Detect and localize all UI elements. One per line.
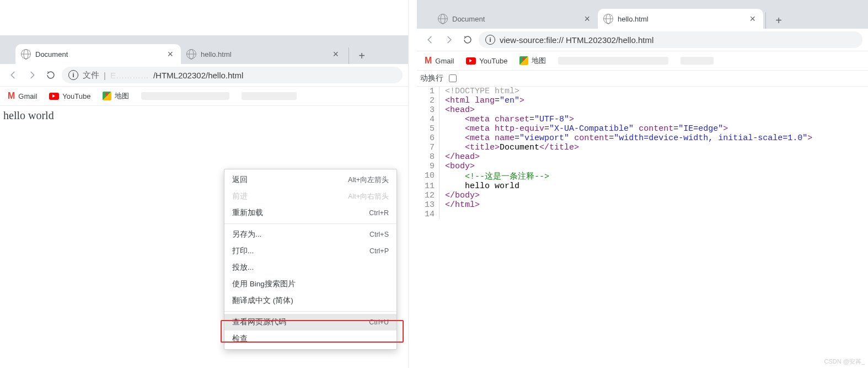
line-code[interactable]: <!DOCTYPE html> <box>440 87 813 96</box>
youtube-icon <box>466 57 476 65</box>
line-code[interactable]: <head> <box>440 105 813 115</box>
tab-hello[interactable]: hello.html × <box>181 44 346 64</box>
context-menu-item[interactable]: 投放... <box>224 259 397 276</box>
browser-window-right: Document × hello.html × + i view-source:… <box>417 0 868 368</box>
new-tab-button[interactable]: + <box>765 12 787 29</box>
globe-icon <box>438 14 448 24</box>
context-menu-shortcut: Alt+向右箭头 <box>348 192 389 201</box>
close-icon[interactable]: × <box>165 49 175 59</box>
context-menu: 返回Alt+向左箭头前进Alt+向右箭头重新加载Ctrl+R另存为...Ctrl… <box>224 169 397 350</box>
bookmark-gmail[interactable]: MGmail <box>8 91 37 101</box>
bookmark-youtube[interactable]: YouTube <box>49 92 90 100</box>
line-code[interactable]: <body> <box>440 162 813 171</box>
browser-window-left: Document × hello.html × + i 文件 | E………… /… <box>0 0 409 368</box>
reload-button[interactable] <box>460 32 475 47</box>
source-line: 8</head> <box>417 152 812 162</box>
line-number: 3 <box>417 105 440 115</box>
bookmark-maps[interactable]: 地图 <box>519 56 546 66</box>
tab-title: hello.html <box>618 15 747 23</box>
toolbar: i view-source:file:// HTML202302/hello.h… <box>417 29 868 51</box>
line-number: 13 <box>417 200 440 210</box>
tab-title: hello.html <box>201 50 330 58</box>
line-code[interactable]: <title>Document</title> <box>440 143 813 152</box>
maps-icon <box>519 56 528 65</box>
tab-document[interactable]: Document × <box>15 44 181 64</box>
context-menu-separator <box>224 311 397 312</box>
tab-title: Document <box>35 50 165 58</box>
close-icon[interactable]: × <box>330 49 341 59</box>
context-menu-item[interactable]: 返回Alt+向左箭头 <box>224 172 397 188</box>
source-line: 1<!DOCTYPE html> <box>417 87 812 96</box>
context-menu-item[interactable]: 重新加载Ctrl+R <box>224 205 397 221</box>
omnibox-url: view-source:file:// HTML202302/hello.htm… <box>500 35 653 45</box>
gmail-icon: M <box>425 56 432 66</box>
context-menu-shortcut: Ctrl+S <box>369 231 389 238</box>
bookmark-maps[interactable]: 地图 <box>103 91 129 101</box>
context-menu-item[interactable]: 使用 Bing搜索图片 <box>224 276 397 292</box>
line-number: 12 <box>417 191 440 200</box>
forward-button[interactable] <box>24 67 40 83</box>
source-line: 5 <meta http-equiv="X-UA-Compatible" con… <box>417 124 812 134</box>
back-button[interactable] <box>422 32 438 47</box>
omnibox-path-blur: E………… <box>110 71 149 80</box>
line-number: 10 <box>417 171 440 182</box>
globe-icon <box>21 49 31 59</box>
tab-hello[interactable]: hello.html × <box>598 9 763 29</box>
forward-button[interactable] <box>441 32 457 47</box>
line-code[interactable]: hello world <box>440 182 813 191</box>
line-code[interactable]: <!--这是一条注释--> <box>440 171 813 182</box>
bookmark-youtube[interactable]: YouTube <box>466 57 507 65</box>
tab-strip: Document × hello.html × + <box>0 35 408 64</box>
globe-icon <box>186 49 196 59</box>
bookmark-bar: MGmail YouTube 地图 <box>0 87 408 106</box>
context-menu-item[interactable]: 查看网页源代码Ctrl+U <box>224 314 397 330</box>
bookmark-gmail[interactable]: MGmail <box>425 56 454 66</box>
line-code[interactable]: </head> <box>440 152 813 162</box>
line-number: 7 <box>417 143 440 152</box>
line-code[interactable]: </html> <box>440 200 813 210</box>
context-menu-item-label: 翻译成中文 (简体) <box>232 296 293 306</box>
line-number: 6 <box>417 134 440 143</box>
globe-icon <box>603 14 613 24</box>
context-menu-item-label: 另存为... <box>232 230 261 239</box>
source-line: 4 <meta charset="UTF-8"> <box>417 115 812 124</box>
close-icon[interactable]: × <box>747 14 758 24</box>
context-menu-item-label: 查看网页源代码 <box>232 317 286 327</box>
omnibox-path: /HTML202302/hello.html <box>153 71 243 80</box>
line-number: 1 <box>417 87 440 96</box>
tab-strip: Document × hello.html × + <box>417 0 868 29</box>
context-menu-shortcut: Ctrl+R <box>369 209 389 217</box>
tab-document[interactable]: Document × <box>432 9 598 29</box>
line-code[interactable]: <html lang="en"> <box>440 96 813 105</box>
line-code[interactable] <box>440 210 813 219</box>
source-line: 9<body> <box>417 162 812 171</box>
line-code[interactable]: <meta charset="UTF-8"> <box>440 115 813 124</box>
gmail-icon: M <box>8 91 15 101</box>
source-line: 10 <!--这是一条注释--> <box>417 171 812 182</box>
context-menu-separator <box>224 223 397 224</box>
bookmark-blur <box>242 92 297 100</box>
omnibox[interactable]: i 文件 | E………… /HTML202302/hello.html <box>62 67 403 83</box>
context-menu-item-label: 重新加载 <box>232 208 263 218</box>
line-code[interactable]: <meta http-equiv="X-UA-Compatible" conte… <box>440 124 813 134</box>
line-code[interactable]: </body> <box>440 191 813 200</box>
reload-button[interactable] <box>43 67 58 83</box>
bookmark-blur <box>141 92 229 100</box>
context-menu-item-label: 检查 <box>232 334 248 344</box>
context-menu-item[interactable]: 翻译成中文 (简体) <box>224 292 397 309</box>
line-code[interactable]: <meta name="viewport" content="width=dev… <box>440 134 813 143</box>
wrap-toolbar: 动换行 <box>417 71 868 87</box>
context-menu-item-label: 打印... <box>232 246 254 256</box>
wrap-checkbox[interactable] <box>449 74 457 82</box>
close-icon[interactable]: × <box>582 14 592 24</box>
context-menu-item[interactable]: 检查 <box>224 330 397 347</box>
context-menu-item-label: 使用 Bing搜索图片 <box>232 279 296 289</box>
source-table: 1<!DOCTYPE html>2<html lang="en">3<head>… <box>417 87 812 219</box>
line-number: 11 <box>417 182 440 191</box>
context-menu-item[interactable]: 打印...Ctrl+P <box>224 243 397 259</box>
omnibox[interactable]: i view-source:file:// HTML202302/hello.h… <box>479 31 862 48</box>
context-menu-item[interactable]: 另存为...Ctrl+S <box>224 226 397 243</box>
back-button[interactable] <box>6 67 21 83</box>
new-tab-button[interactable]: + <box>349 47 370 64</box>
info-icon: i <box>485 35 495 45</box>
